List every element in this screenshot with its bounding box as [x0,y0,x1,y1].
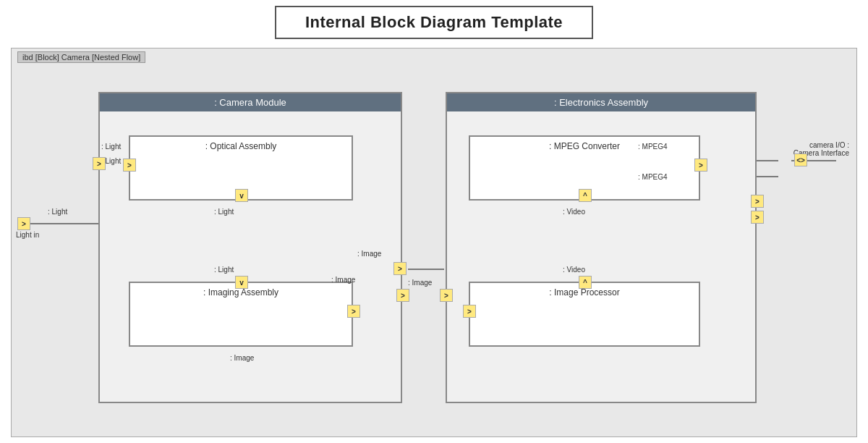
electronics-assembly-block: : Electronics Assembly : MPEG Converter … [446,92,757,403]
port-cam-module-right-symbol: > [401,292,405,300]
port-imaging-top: v [235,276,248,289]
port-mpeg-bottom: ^ [579,189,592,202]
port-mpeg-bottom-symbol: ^ [583,192,587,200]
port-middle-1-symbol: > [398,265,402,273]
port-optical-bottom: v [235,189,248,202]
flow-label-image-below-imaging: : Image [230,354,254,362]
port-electronics-left: > [440,289,453,302]
flow-label-video-2: : Video [563,266,585,274]
port-imaging-top-symbol: v [239,279,244,287]
diagram-container: ibd [Block] Camera [Nested Flow] [11,48,857,437]
flow-label-light-outer: : Light [48,208,67,216]
port-electronics-right-2: > [751,211,764,224]
port-imaging-right-symbol: > [352,308,356,316]
diagram-label: ibd [Block] Camera [Nested Flow] [17,51,145,63]
electronics-assembly-header: : Electronics Assembly [447,93,755,111]
flow-label-mpeg4-2: : MPEG4 [638,173,668,181]
port-imgproc-top-symbol: ^ [583,279,587,287]
flow-label-light-below-optical: : Light [214,208,234,216]
imaging-assembly-block: : Imaging Assembly v > [129,282,353,347]
port-electronics-left-symbol: > [444,292,448,300]
page-title: Internal Block Diagram Template [305,13,563,31]
camera-module-block: : Camera Module > : Light : Light : Opti… [98,92,402,403]
optical-assembly-label: : Optical Assembly [130,137,352,156]
page: Internal Block Diagram Template ibd [Blo… [0,0,868,443]
port-imgproc-left: > [463,305,476,318]
port-light-in-outer: > [17,217,30,230]
port-optical-left: > [123,159,136,172]
flow-label-image-center-bottom: : Image [408,279,432,287]
camera-module-header: : Camera Module [100,93,401,111]
flow-label-video-1: : Video [563,208,585,216]
port-electronics-right-2-symbol: > [755,214,760,222]
port-cam-module-right: > [396,289,409,302]
flow-label-cam-in-1: : Light [101,143,121,151]
flow-label-image-center-top: : Image [357,250,381,258]
port-cam-module-left-symbol: > [97,160,101,168]
flow-label-mpeg4-1: : MPEG4 [638,143,668,151]
port-electronics-right-1: > [751,195,764,208]
port-optical-bottom-symbol: v [239,192,244,200]
port-light-in-label: Light in [16,231,39,239]
title-box: Internal Block Diagram Template [275,6,593,39]
port-imaging-right: > [347,305,360,318]
port-camera-io-symbol: <> [796,156,805,164]
port-electronics-right-1-symbol: > [755,198,760,206]
image-processor-block: : Image Processor > ^ [469,282,700,347]
flow-label-cam-image-out: : Image [331,276,355,284]
port-mpeg-right-symbol: > [699,161,703,169]
flow-label-light-above-imaging: : Light [214,266,234,274]
port-imgproc-left-symbol: > [467,308,472,316]
port-middle-1: > [393,262,407,275]
port-cam-module-left: > [93,157,106,170]
port-imgproc-top: ^ [579,276,592,289]
port-optical-left-symbol: > [127,161,132,169]
mpeg-converter-block: : MPEG Converter ^ > : MPEG4 : MPEG4 [469,135,700,201]
optical-assembly-block: : Optical Assembly > v [129,135,353,201]
port-light-in-outer-symbol: > [22,220,26,228]
port-camera-io: <> [794,153,807,166]
port-mpeg-right: > [694,159,707,172]
